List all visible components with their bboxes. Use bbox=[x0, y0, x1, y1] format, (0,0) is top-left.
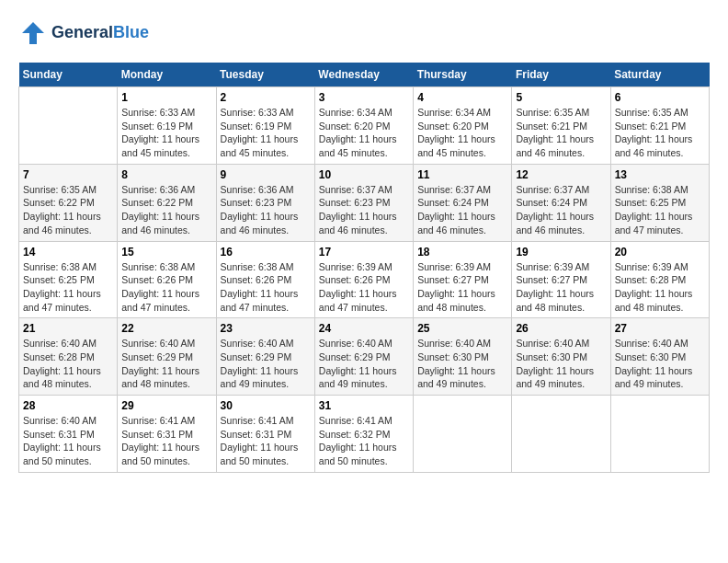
day-number: 27 bbox=[615, 322, 705, 335]
day-number: 17 bbox=[319, 246, 409, 259]
day-number: 18 bbox=[417, 246, 507, 259]
day-number: 22 bbox=[121, 322, 211, 335]
day-number: 13 bbox=[615, 168, 705, 181]
calendar-cell: 7Sunrise: 6:35 AM Sunset: 6:22 PM Daylig… bbox=[19, 164, 118, 241]
calendar-cell: 20Sunrise: 6:39 AM Sunset: 6:28 PM Dayli… bbox=[610, 241, 709, 318]
page-header: GeneralBlue bbox=[18, 18, 710, 48]
calendar-cell: 24Sunrise: 6:40 AM Sunset: 6:29 PM Dayli… bbox=[314, 318, 413, 396]
day-number: 1 bbox=[121, 91, 211, 104]
day-info: Sunrise: 6:40 AM Sunset: 6:29 PM Dayligh… bbox=[319, 337, 409, 391]
calendar-cell: 26Sunrise: 6:40 AM Sunset: 6:30 PM Dayli… bbox=[512, 318, 610, 396]
day-info: Sunrise: 6:35 AM Sunset: 6:22 PM Dayligh… bbox=[23, 183, 113, 237]
day-number: 10 bbox=[319, 168, 409, 181]
day-number: 28 bbox=[23, 399, 113, 412]
day-number: 15 bbox=[121, 246, 211, 259]
calendar-cell: 25Sunrise: 6:40 AM Sunset: 6:30 PM Dayli… bbox=[414, 318, 512, 396]
calendar-week-5: 28Sunrise: 6:40 AM Sunset: 6:31 PM Dayli… bbox=[19, 396, 710, 473]
day-info: Sunrise: 6:35 AM Sunset: 6:21 PM Dayligh… bbox=[516, 106, 606, 160]
day-number: 14 bbox=[23, 246, 113, 259]
day-number: 3 bbox=[319, 91, 409, 104]
day-info: Sunrise: 6:40 AM Sunset: 6:29 PM Dayligh… bbox=[221, 337, 311, 391]
calendar-cell: 2Sunrise: 6:33 AM Sunset: 6:19 PM Daylig… bbox=[216, 87, 314, 165]
calendar-week-4: 21Sunrise: 6:40 AM Sunset: 6:28 PM Dayli… bbox=[19, 318, 710, 396]
calendar-cell: 31Sunrise: 6:41 AM Sunset: 6:32 PM Dayli… bbox=[314, 396, 413, 473]
calendar-cell: 13Sunrise: 6:38 AM Sunset: 6:25 PM Dayli… bbox=[610, 164, 709, 241]
calendar-cell bbox=[512, 396, 610, 473]
logo: GeneralBlue bbox=[18, 18, 149, 48]
calendar-cell bbox=[414, 396, 512, 473]
calendar-cell: 29Sunrise: 6:41 AM Sunset: 6:31 PM Dayli… bbox=[118, 396, 216, 473]
calendar-cell: 9Sunrise: 6:36 AM Sunset: 6:23 PM Daylig… bbox=[216, 164, 314, 241]
calendar-cell: 21Sunrise: 6:40 AM Sunset: 6:28 PM Dayli… bbox=[19, 318, 118, 396]
day-number: 9 bbox=[221, 168, 311, 181]
day-number: 6 bbox=[615, 91, 705, 104]
day-number: 31 bbox=[319, 399, 409, 412]
calendar-cell: 4Sunrise: 6:34 AM Sunset: 6:20 PM Daylig… bbox=[414, 87, 512, 165]
day-info: Sunrise: 6:39 AM Sunset: 6:26 PM Dayligh… bbox=[319, 260, 409, 315]
calendar-cell: 30Sunrise: 6:41 AM Sunset: 6:31 PM Dayli… bbox=[216, 396, 314, 473]
calendar-cell: 3Sunrise: 6:34 AM Sunset: 6:20 PM Daylig… bbox=[314, 87, 413, 165]
calendar-cell: 17Sunrise: 6:39 AM Sunset: 6:26 PM Dayli… bbox=[314, 241, 413, 318]
day-number: 5 bbox=[516, 91, 606, 104]
calendar-cell: 1Sunrise: 6:33 AM Sunset: 6:19 PM Daylig… bbox=[118, 87, 216, 165]
calendar-week-3: 14Sunrise: 6:38 AM Sunset: 6:25 PM Dayli… bbox=[19, 241, 710, 318]
day-number: 11 bbox=[417, 168, 507, 181]
calendar-cell bbox=[19, 87, 118, 165]
day-info: Sunrise: 6:38 AM Sunset: 6:26 PM Dayligh… bbox=[121, 260, 211, 315]
calendar-week-2: 7Sunrise: 6:35 AM Sunset: 6:22 PM Daylig… bbox=[19, 164, 710, 241]
calendar-cell bbox=[610, 396, 709, 473]
calendar-cell: 8Sunrise: 6:36 AM Sunset: 6:22 PM Daylig… bbox=[118, 164, 216, 241]
calendar-cell: 23Sunrise: 6:40 AM Sunset: 6:29 PM Dayli… bbox=[216, 318, 314, 396]
calendar-cell: 12Sunrise: 6:37 AM Sunset: 6:24 PM Dayli… bbox=[512, 164, 610, 241]
calendar-week-1: 1Sunrise: 6:33 AM Sunset: 6:19 PM Daylig… bbox=[19, 87, 710, 165]
calendar-cell: 22Sunrise: 6:40 AM Sunset: 6:29 PM Dayli… bbox=[118, 318, 216, 396]
day-info: Sunrise: 6:40 AM Sunset: 6:30 PM Dayligh… bbox=[615, 337, 705, 391]
calendar-cell: 11Sunrise: 6:37 AM Sunset: 6:24 PM Dayli… bbox=[414, 164, 512, 241]
day-number: 16 bbox=[221, 246, 311, 259]
day-info: Sunrise: 6:38 AM Sunset: 6:25 PM Dayligh… bbox=[615, 183, 705, 237]
day-info: Sunrise: 6:33 AM Sunset: 6:19 PM Dayligh… bbox=[121, 106, 211, 160]
day-number: 12 bbox=[516, 168, 606, 181]
calendar-cell: 14Sunrise: 6:38 AM Sunset: 6:25 PM Dayli… bbox=[19, 241, 118, 318]
day-number: 29 bbox=[121, 399, 211, 412]
day-info: Sunrise: 6:40 AM Sunset: 6:31 PM Dayligh… bbox=[23, 414, 113, 468]
day-number: 20 bbox=[615, 246, 705, 259]
day-header-sunday: Sunday bbox=[19, 63, 118, 87]
day-header-tuesday: Tuesday bbox=[216, 63, 314, 87]
day-info: Sunrise: 6:38 AM Sunset: 6:25 PM Dayligh… bbox=[23, 260, 113, 315]
calendar-table: SundayMondayTuesdayWednesdayThursdayFrid… bbox=[18, 63, 710, 473]
day-number: 7 bbox=[23, 168, 113, 181]
day-info: Sunrise: 6:40 AM Sunset: 6:28 PM Dayligh… bbox=[23, 337, 113, 391]
calendar-cell: 15Sunrise: 6:38 AM Sunset: 6:26 PM Dayli… bbox=[118, 241, 216, 318]
day-number: 23 bbox=[221, 322, 311, 335]
day-header-saturday: Saturday bbox=[610, 63, 709, 87]
day-header-monday: Monday bbox=[118, 63, 216, 87]
day-header-thursday: Thursday bbox=[414, 63, 512, 87]
day-number: 2 bbox=[221, 91, 311, 104]
day-header-wednesday: Wednesday bbox=[314, 63, 413, 87]
day-info: Sunrise: 6:41 AM Sunset: 6:31 PM Dayligh… bbox=[221, 414, 311, 468]
day-info: Sunrise: 6:40 AM Sunset: 6:29 PM Dayligh… bbox=[121, 337, 211, 391]
day-info: Sunrise: 6:40 AM Sunset: 6:30 PM Dayligh… bbox=[417, 337, 507, 391]
logo-text: GeneralBlue bbox=[51, 24, 149, 42]
calendar-cell: 16Sunrise: 6:38 AM Sunset: 6:26 PM Dayli… bbox=[216, 241, 314, 318]
day-header-friday: Friday bbox=[512, 63, 610, 87]
day-number: 4 bbox=[417, 91, 507, 104]
day-number: 26 bbox=[516, 322, 606, 335]
logo-icon bbox=[18, 18, 48, 48]
day-info: Sunrise: 6:34 AM Sunset: 6:20 PM Dayligh… bbox=[417, 106, 507, 160]
calendar-cell: 19Sunrise: 6:39 AM Sunset: 6:27 PM Dayli… bbox=[512, 241, 610, 318]
day-info: Sunrise: 6:41 AM Sunset: 6:31 PM Dayligh… bbox=[121, 414, 211, 468]
calendar-header-row: SundayMondayTuesdayWednesdayThursdayFrid… bbox=[19, 63, 710, 87]
day-info: Sunrise: 6:41 AM Sunset: 6:32 PM Dayligh… bbox=[319, 414, 409, 468]
day-number: 24 bbox=[319, 322, 409, 335]
calendar-cell: 10Sunrise: 6:37 AM Sunset: 6:23 PM Dayli… bbox=[314, 164, 413, 241]
day-info: Sunrise: 6:36 AM Sunset: 6:23 PM Dayligh… bbox=[221, 183, 311, 237]
day-number: 19 bbox=[516, 246, 606, 259]
day-number: 30 bbox=[221, 399, 311, 412]
day-info: Sunrise: 6:38 AM Sunset: 6:26 PM Dayligh… bbox=[221, 260, 311, 315]
day-info: Sunrise: 6:39 AM Sunset: 6:28 PM Dayligh… bbox=[615, 260, 705, 315]
day-info: Sunrise: 6:35 AM Sunset: 6:21 PM Dayligh… bbox=[615, 106, 705, 160]
day-number: 25 bbox=[417, 322, 507, 335]
day-info: Sunrise: 6:36 AM Sunset: 6:22 PM Dayligh… bbox=[121, 183, 211, 237]
